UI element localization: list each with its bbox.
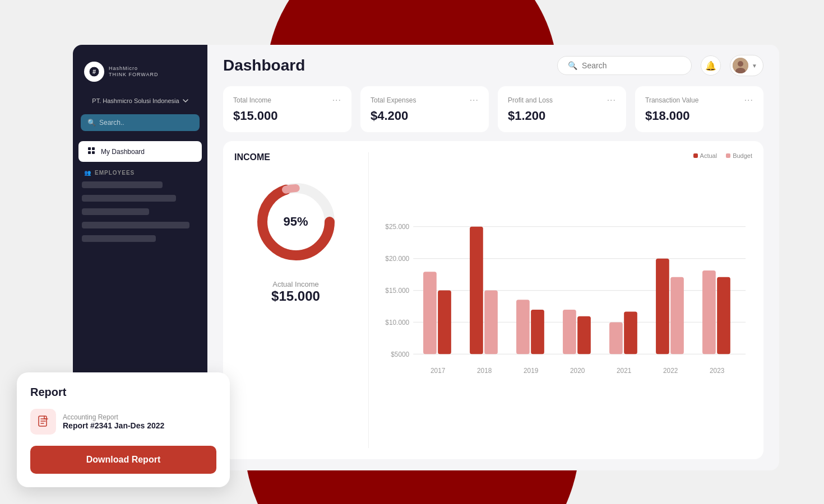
legend-budget-dot bbox=[726, 153, 730, 158]
page-title: Dashboard bbox=[223, 57, 305, 74]
sidebar-nav-placeholder-5[interactable] bbox=[82, 235, 156, 242]
svg-text:2017: 2017 bbox=[430, 367, 445, 375]
stat-card-2: Profit and Loss ··· $1.200 bbox=[498, 86, 626, 132]
stat-more-0[interactable]: ··· bbox=[332, 95, 341, 105]
svg-text:$10.000: $10.000 bbox=[385, 319, 409, 326]
svg-rect-2 bbox=[88, 147, 91, 150]
report-item: Accounting Report Report #2341 Jan-Des 2… bbox=[30, 409, 216, 435]
stat-card-header-2: Profit and Loss ··· bbox=[508, 95, 616, 105]
sidebar-nav-placeholder-1[interactable] bbox=[82, 181, 163, 188]
actual-income-label: Actual Income bbox=[272, 280, 318, 288]
search-icon: 🔍 bbox=[568, 61, 577, 70]
bar-2023-actual bbox=[717, 277, 730, 354]
bar-2021-budget bbox=[609, 322, 623, 354]
svg-text:$25.000: $25.000 bbox=[385, 223, 409, 231]
bar-2019-budget bbox=[516, 300, 530, 354]
report-icon bbox=[30, 409, 56, 435]
stat-label-2: Profit and Loss bbox=[508, 96, 553, 104]
donut-center: 95% bbox=[283, 214, 308, 229]
avatar-button[interactable]: ▼ bbox=[730, 55, 763, 76]
stat-value-3: $18.000 bbox=[645, 109, 753, 123]
sidebar-nav-placeholder-3[interactable] bbox=[82, 208, 149, 215]
chevron-down-avatar-icon: ▼ bbox=[752, 63, 757, 69]
header: Dashboard 🔍 🔔 ▼ bbox=[207, 45, 779, 86]
notification-button[interactable]: 🔔 bbox=[701, 55, 721, 76]
sidebar-nav-placeholder-4[interactable] bbox=[82, 222, 189, 228]
bar-2017-actual bbox=[438, 291, 451, 354]
stat-value-2: $1.200 bbox=[508, 109, 616, 123]
stat-label-1: Total Expenses bbox=[371, 96, 416, 104]
legend-budget-label: Budget bbox=[733, 152, 752, 159]
bar-2020-budget bbox=[563, 310, 576, 354]
stat-card-header-3: Transaction Value ··· bbox=[645, 95, 753, 105]
svg-text:$15.000: $15.000 bbox=[385, 287, 409, 295]
header-search-bar[interactable]: 🔍 bbox=[557, 56, 692, 75]
report-title: Report bbox=[30, 386, 216, 399]
stat-value-1: $4.200 bbox=[371, 109, 479, 123]
report-type: Accounting Report bbox=[63, 413, 164, 421]
chevron-down-icon bbox=[183, 98, 188, 104]
sidebar-dashboard-label: My Dashboard bbox=[101, 148, 145, 156]
bar-2020-actual bbox=[577, 316, 591, 354]
svg-text:2023: 2023 bbox=[710, 367, 725, 375]
stat-more-1[interactable]: ··· bbox=[470, 95, 479, 105]
bar-2019-actual bbox=[531, 310, 544, 354]
stat-more-2[interactable]: ··· bbox=[607, 95, 616, 105]
svg-text:#: # bbox=[92, 68, 96, 75]
header-right: 🔍 🔔 ▼ bbox=[557, 55, 763, 76]
stat-card-3: Transaction Value ··· $18.000 bbox=[635, 86, 763, 132]
bar-2018-budget bbox=[484, 291, 498, 354]
sidebar-nav-placeholder-2[interactable] bbox=[82, 195, 176, 202]
report-card: Report Accounting Report Report #2341 Ja… bbox=[17, 372, 230, 487]
stat-label-0: Total Income bbox=[233, 96, 271, 104]
bar-chart-svg: $25.000 $20.000 $15.000 $10.000 $5000 bbox=[380, 165, 752, 448]
donut-percent: 95% bbox=[283, 214, 308, 228]
bar-2021-actual bbox=[624, 311, 637, 354]
chart-legend: Actual Budget bbox=[380, 152, 752, 159]
dashboard-icon bbox=[87, 147, 95, 156]
avatar bbox=[733, 58, 748, 73]
stat-card-0: Total Income ··· $15.000 bbox=[223, 86, 351, 132]
income-label: INCOME bbox=[234, 152, 270, 162]
svg-text:2022: 2022 bbox=[663, 367, 678, 375]
stats-row: Total Income ··· $15.000 Total Expenses … bbox=[207, 86, 779, 141]
stat-label-3: Transaction Value bbox=[645, 96, 698, 104]
bar-2022-actual bbox=[656, 259, 669, 354]
sidebar-search-bar[interactable]: 🔍 bbox=[81, 114, 200, 131]
company-name: PT. Hashmicro Solusi Indonesia bbox=[92, 97, 179, 104]
search-input[interactable] bbox=[582, 61, 681, 70]
sidebar-search-input[interactable] bbox=[99, 119, 193, 127]
bar-2023-budget bbox=[702, 270, 716, 354]
svg-rect-5 bbox=[92, 151, 95, 154]
income-section: INCOME 95% Actual Income bbox=[223, 141, 763, 459]
logo-text: HashMicro THINK FORWARD bbox=[109, 66, 159, 78]
legend-actual-dot bbox=[693, 153, 698, 158]
stat-card-header-0: Total Income ··· bbox=[233, 95, 341, 105]
bar-2022-budget bbox=[670, 277, 684, 354]
svg-point-7 bbox=[738, 61, 743, 67]
app-title: HashMicro bbox=[109, 66, 159, 72]
employees-icon: 👥 bbox=[84, 170, 91, 176]
donut-chart: 95% bbox=[251, 177, 341, 267]
company-selector[interactable]: PT. Hashmicro Solusi Indonesia bbox=[73, 93, 207, 109]
stat-more-3[interactable]: ··· bbox=[744, 95, 753, 105]
report-info: Accounting Report Report #2341 Jan-Des 2… bbox=[63, 413, 164, 430]
bar-2017-budget bbox=[423, 272, 437, 354]
legend-budget: Budget bbox=[726, 152, 752, 159]
stat-value-0: $15.000 bbox=[233, 109, 341, 123]
svg-text:2018: 2018 bbox=[477, 367, 492, 375]
employees-label: EMPLOYEES bbox=[95, 170, 135, 176]
content-area: Dashboard 🔍 🔔 ▼ bbox=[207, 45, 779, 470]
income-left: INCOME 95% Actual Income bbox=[234, 152, 369, 448]
svg-text:2021: 2021 bbox=[617, 367, 632, 375]
download-report-button[interactable]: Download Report bbox=[30, 446, 216, 474]
legend-actual-label: Actual bbox=[700, 152, 717, 159]
stat-card-header-1: Total Expenses ··· bbox=[371, 95, 479, 105]
svg-rect-3 bbox=[92, 147, 95, 150]
svg-text:2020: 2020 bbox=[570, 367, 585, 375]
svg-text:$5000: $5000 bbox=[391, 351, 409, 358]
sidebar-item-dashboard[interactable]: My Dashboard bbox=[78, 141, 202, 162]
income-right: Actual Budget bbox=[369, 152, 752, 448]
chart-area: $25.000 $20.000 $15.000 $10.000 $5000 bbox=[380, 165, 752, 448]
svg-text:$20.000: $20.000 bbox=[385, 255, 409, 263]
